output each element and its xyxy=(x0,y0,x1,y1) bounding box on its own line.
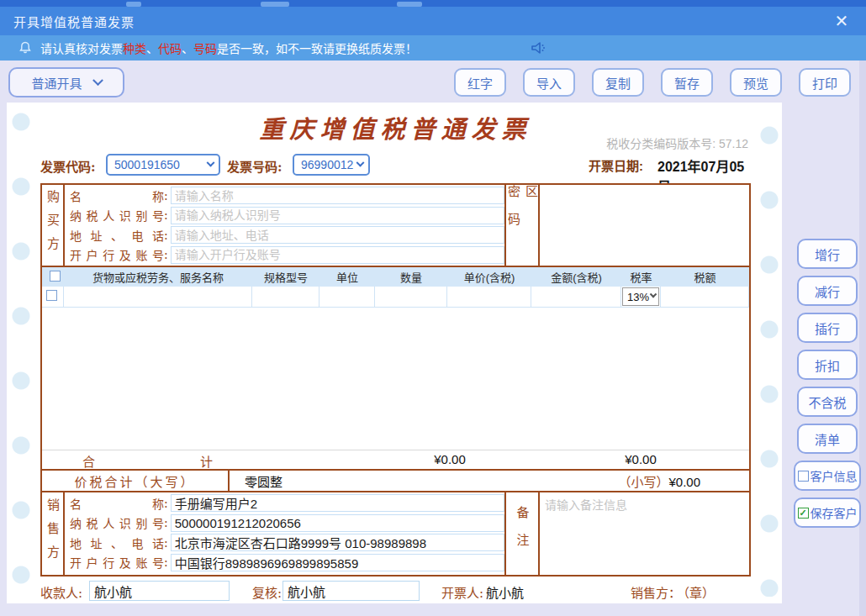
buyer-taxid-input[interactable] xyxy=(171,207,504,224)
insert-row-button[interactable]: 插行 xyxy=(797,313,858,343)
notice-bar: 请认真核对发票种类、代码、号码是否一致，如不一致请更换纸质发票！ xyxy=(0,35,866,61)
save-customer-checkbox[interactable]: ✓ xyxy=(798,508,809,519)
customer-info-button[interactable]: 客户信息 xyxy=(794,461,861,491)
seller-name-row: 名称: xyxy=(70,493,504,513)
col-amount: 金额(含税) xyxy=(531,269,621,285)
buyer-bank-row: 开户行及账号: xyxy=(70,245,504,266)
chevron-down-icon xyxy=(356,158,365,166)
save-draft-button[interactable]: 暂存 xyxy=(661,68,713,97)
issue-mode-value: 普通开具 xyxy=(31,74,82,92)
buyer-section: 购买方 名称: 纳税人识别号: 地址、电话: 开户行及账号: 密码区 xyxy=(40,183,751,267)
spec-cell[interactable] xyxy=(252,287,319,308)
copy-button[interactable]: 复制 xyxy=(592,68,644,97)
issue-mode-select[interactable]: 普通开具 xyxy=(8,67,124,97)
select-all-checkbox[interactable] xyxy=(50,271,61,282)
col-unit-price: 单价(含税) xyxy=(447,269,531,285)
tax-amount-cell[interactable] xyxy=(661,287,749,308)
buyer-name-row: 名称: xyxy=(70,186,504,206)
seller-stamp-label: 销售方： xyxy=(631,583,681,601)
password-zone-label: 密码区 xyxy=(504,185,540,266)
preview-button[interactable]: 预览 xyxy=(730,68,782,97)
grand-total-row: 价税合计（大写） 零圆整 （小写）¥0.00 xyxy=(42,469,749,491)
remark-area[interactable]: 请输入备注信息 xyxy=(540,492,749,575)
decorative-dots-left xyxy=(12,113,30,592)
seller-name-input[interactable] xyxy=(171,494,504,512)
grand-total-value: ¥0.00 xyxy=(668,475,700,489)
buyer-address-row: 地址、电话: xyxy=(70,225,504,245)
totals-price: ¥0.00 xyxy=(383,452,517,466)
print-button[interactable]: 打印 xyxy=(799,68,851,97)
remove-row-button[interactable]: 减行 xyxy=(797,276,858,306)
speaker-icon[interactable] xyxy=(530,40,548,59)
seller-side-label: 销售方 xyxy=(44,498,61,569)
tax-rate-value: 13% xyxy=(627,291,649,303)
invoice-code-value: 5000191650 xyxy=(114,158,180,171)
remark-label: 备注 xyxy=(514,506,531,561)
seller-taxid-input[interactable] xyxy=(171,514,504,532)
buyer-bank-input[interactable] xyxy=(171,246,504,264)
col-goods-name: 货物或应税劳务、服务名称 xyxy=(64,269,252,285)
totals-label: 合计 xyxy=(82,452,213,470)
issuer-value: 航小航 xyxy=(486,583,524,601)
buyer-form: 名称: 纳税人识别号: 地址、电话: 开户行及账号: xyxy=(65,185,504,266)
grand-total-small-label: （小写） xyxy=(618,475,668,490)
seller-bank-input[interactable] xyxy=(171,554,504,571)
tax-rate-select[interactable]: 13% xyxy=(622,287,659,306)
import-button[interactable]: 导入 xyxy=(523,68,575,97)
payee-label: 收款人: xyxy=(40,583,82,601)
unit-cell[interactable] xyxy=(319,287,375,308)
list-button[interactable]: 清单 xyxy=(797,424,858,454)
close-icon[interactable]: ✕ xyxy=(831,10,853,32)
tax-exclusive-button[interactable]: 不含税 xyxy=(797,387,858,417)
chevron-down-icon xyxy=(92,75,103,86)
chevron-down-icon xyxy=(207,158,215,166)
dialog-title: 开具增值税普通发票 xyxy=(13,13,135,30)
invoice-code-select[interactable]: 5000191650 xyxy=(106,154,220,176)
goods-name-cell[interactable] xyxy=(64,287,252,308)
buyer-address-label: 地址、电话 xyxy=(70,227,164,244)
payee-input[interactable] xyxy=(89,581,230,601)
grand-total-small: （小写）¥0.00 xyxy=(618,472,749,490)
amount-cell[interactable] xyxy=(531,287,621,308)
invoice-number-label: 发票号码: xyxy=(227,157,283,175)
buyer-side-column: 购买方 xyxy=(42,185,65,266)
save-customer-label: 保存客户 xyxy=(811,504,858,521)
totals-amount: ¥0.00 xyxy=(573,452,708,466)
row-checkbox[interactable] xyxy=(46,290,57,301)
remark-placeholder: 请输入备注信息 xyxy=(545,496,627,513)
save-customer-button[interactable]: ✓ 保存客户 xyxy=(794,498,861,528)
grand-total-label: 价税合计（大写） xyxy=(42,471,230,491)
seller-bank-row: 开户行及账号: xyxy=(70,553,504,573)
invoice-number-select[interactable]: 96990012 xyxy=(293,154,370,176)
issuer-label: 开票人: xyxy=(441,583,483,601)
background-app-strip xyxy=(0,0,866,7)
grand-total-words: 零圆整 xyxy=(230,472,618,490)
discount-button[interactable]: 折扣 xyxy=(797,350,858,380)
invoice-code-label: 发票代码: xyxy=(40,157,96,175)
seller-address-input[interactable] xyxy=(171,534,504,551)
seller-form: 名称: 纳税人识别号: 地址、电话: 开户行及账号: xyxy=(65,492,504,575)
remark-column: 备注 xyxy=(504,492,540,575)
quantity-cell[interactable] xyxy=(375,287,447,308)
dialog-titlebar: 开具增值税普通发票 ✕ xyxy=(0,7,866,35)
buyer-bank-label: 开户行及账号 xyxy=(70,246,164,263)
invoice-code-row: 发票代码: 5000191650 发票号码: 96990012 开票日期: 20… xyxy=(40,154,751,177)
goods-table: 货物或应税劳务、服务名称 规格型号 单位 数量 单价(含税) 金额(含税) 税率… xyxy=(40,267,751,492)
buyer-taxid-label: 纳税人识别号 xyxy=(70,207,164,224)
password-zone-column: 密码区 xyxy=(504,185,540,266)
unit-price-cell[interactable] xyxy=(447,287,531,308)
buyer-name-input[interactable] xyxy=(171,187,504,204)
tax-code-version: 税收分类编码版本号: 57.12 xyxy=(504,134,748,151)
stamp-placeholder: （章） xyxy=(677,583,715,601)
red-invoice-button[interactable]: 红字 xyxy=(454,68,506,97)
col-unit: 单位 xyxy=(319,269,375,285)
buyer-address-input[interactable] xyxy=(171,226,504,244)
customer-info-label: 客户信息 xyxy=(811,467,858,484)
reviewer-input[interactable] xyxy=(283,581,420,601)
customer-info-checkbox[interactable] xyxy=(798,471,809,482)
col-tax-rate: 税率 xyxy=(621,269,661,285)
col-tax-amount: 税额 xyxy=(661,269,749,285)
reviewer-label: 复核: xyxy=(252,583,282,601)
add-row-button[interactable]: 增行 xyxy=(797,239,858,269)
seller-address-label: 地址、电话 xyxy=(70,534,164,551)
